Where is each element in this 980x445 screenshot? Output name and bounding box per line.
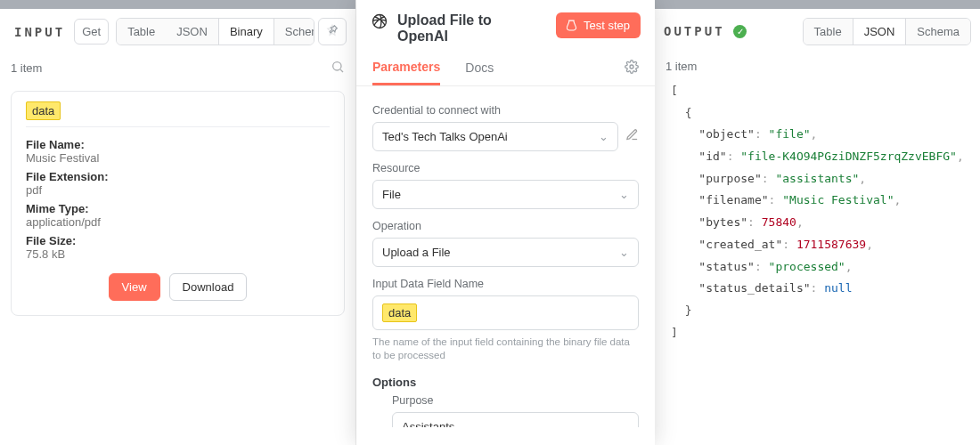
inactive-tab-bar: [0, 0, 355, 9]
input-item-count: 1 item: [11, 61, 42, 75]
file-name-value: Music Festival: [26, 151, 330, 165]
resource-select[interactable]: File ⌄: [372, 180, 639, 209]
input-panel: INPUT Get Table JSON Binary Schema 1 ite…: [0, 0, 356, 445]
file-name-label: File Name:: [26, 138, 330, 151]
binary-item-card: data File Name: Music Festival File Exte…: [11, 91, 345, 316]
tab-docs[interactable]: Docs: [465, 52, 494, 84]
edit-credential-button[interactable]: [625, 128, 639, 144]
chevron-down-icon: ⌄: [599, 130, 608, 143]
tab-parameters[interactable]: Parameters: [372, 51, 440, 85]
resource-label: Resource: [372, 162, 639, 174]
tab-table[interactable]: Table: [804, 19, 853, 44]
get-button[interactable]: Get: [74, 19, 109, 44]
credential-value: Ted's Tech Talks OpenAi: [382, 130, 508, 143]
test-step-button[interactable]: Test step: [556, 12, 641, 38]
output-json: [ { "object": "file", "id": "file-K4O94P…: [655, 80, 980, 361]
input-tabs: Table JSON Binary Schema: [116, 18, 314, 45]
success-icon: ✓: [733, 25, 747, 38]
output-panel-label: OUTPUT: [664, 24, 725, 38]
operation-label: Operation: [372, 220, 639, 232]
input-panel-label: INPUT: [9, 21, 70, 43]
pin-button[interactable]: [318, 18, 347, 45]
credential-select[interactable]: Ted's Tech Talks OpenAi ⌄: [372, 122, 618, 151]
purpose-select[interactable]: Assistants ⌄: [392, 412, 639, 427]
output-tabs: Table JSON Schema: [803, 18, 971, 45]
operation-value: Upload a File: [382, 246, 451, 259]
test-step-label: Test step: [584, 19, 630, 32]
search-icon[interactable]: [331, 60, 345, 77]
purpose-value: Assistants: [402, 420, 454, 427]
tab-schema[interactable]: Schema: [274, 19, 314, 44]
tab-json[interactable]: JSON: [853, 19, 907, 44]
chevron-down-icon: ⌄: [619, 188, 629, 201]
chevron-down-icon: ⌄: [619, 246, 629, 259]
node-config-panel: Upload File to OpenAI Test step Paramete…: [356, 0, 655, 445]
inactive-tab-bar: [655, 0, 980, 9]
output-item-count: 1 item: [666, 60, 697, 73]
resource-value: File: [382, 188, 401, 201]
file-size-value: 75.8 kB: [26, 247, 330, 261]
credential-label: Credential to connect with: [372, 104, 639, 117]
svg-line-1: [340, 69, 343, 72]
binary-field-badge: data: [26, 101, 61, 120]
tab-table[interactable]: Table: [117, 19, 166, 44]
input-data-field-helper: The name of the input field containing t…: [372, 336, 639, 363]
view-button[interactable]: View: [109, 273, 160, 301]
input-data-field-input[interactable]: data: [372, 295, 639, 330]
mime-type-label: Mime Type:: [26, 202, 330, 215]
file-size-label: File Size:: [26, 234, 330, 247]
svg-point-3: [630, 65, 633, 69]
input-data-field-value: data: [382, 303, 417, 322]
chevron-down-icon: ⌄: [619, 420, 629, 427]
purpose-label: Purpose: [392, 394, 639, 407]
divider: [26, 126, 330, 127]
file-ext-label: File Extension:: [26, 170, 330, 183]
openai-icon: [371, 12, 388, 33]
options-section-label: Options: [372, 376, 639, 389]
tab-schema[interactable]: Schema: [906, 19, 970, 44]
tab-binary[interactable]: Binary: [218, 19, 274, 44]
gear-icon[interactable]: [625, 60, 639, 77]
download-button[interactable]: Download: [169, 273, 248, 301]
mime-type-value: application/pdf: [26, 215, 330, 229]
input-data-field-label: Input Data Field Name: [372, 278, 639, 290]
output-panel: OUTPUT ✓ Table JSON Schema 1 item [ { "o…: [655, 0, 980, 445]
svg-point-0: [333, 62, 341, 70]
file-ext-value: pdf: [26, 183, 330, 197]
node-title: Upload File to OpenAI: [397, 12, 531, 45]
operation-select[interactable]: Upload a File ⌄: [372, 238, 639, 267]
tab-json[interactable]: JSON: [166, 19, 218, 44]
